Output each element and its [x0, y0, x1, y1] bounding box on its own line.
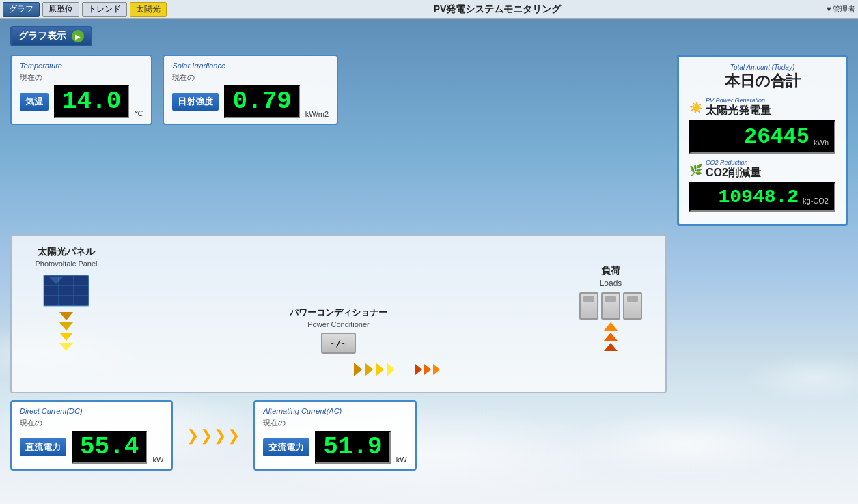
solar-irradiance-value: 0.79: [232, 87, 291, 115]
co2-unit: kg-CO2: [803, 197, 829, 208]
dc-value: 55.4: [80, 433, 139, 461]
sun-icon: ☀️: [689, 101, 703, 114]
menu-button[interactable]: ▼管理者: [825, 4, 855, 14]
total-amount-title: 本日の合計: [689, 71, 835, 92]
solar-current-label: 現在の: [172, 72, 329, 83]
solar-irradiance-sensor-label: 日射強度: [172, 93, 219, 111]
dc-title: Direct Current(DC): [20, 407, 163, 415]
pv-section-label: 太陽光発電量: [706, 104, 771, 116]
orange-arrow-1: [415, 364, 422, 375]
co2-value: 10948.2: [718, 186, 799, 208]
down-arrow-4: [59, 343, 73, 351]
pv-panel-column: 太陽光パネル Photovoltaic Panel: [25, 246, 107, 354]
btn-graph[interactable]: グラフ: [3, 2, 40, 17]
temperature-current-label: 現在の: [20, 72, 143, 83]
down-arrow-2: [59, 322, 73, 331]
down-arrows: [59, 312, 73, 351]
co2-section-header: 🌿 CO2 Reduction CO2削減量: [689, 159, 835, 180]
pc-unit: ~/~: [321, 333, 356, 354]
temperature-body: 気温 14.0 ℃: [20, 85, 143, 118]
loads-title: 負荷: [601, 265, 620, 277]
main-content: グラフ表示 ▶ Temperature 現在の 気温 14.0 ℃ Solar …: [0, 19, 858, 504]
flow-arrow-4: ❯: [227, 428, 240, 443]
co2-lcd-display: 10948.2 kg-CO2: [689, 182, 835, 212]
temperature-value: 14.0: [62, 87, 121, 115]
loads-icon: [579, 292, 642, 320]
temperature-card: Temperature 現在の 気温 14.0 ℃: [10, 55, 152, 125]
up-arrow-1: [604, 322, 618, 331]
yellow-arrow-2: [365, 363, 373, 376]
temperature-title: Temperature: [20, 61, 143, 70]
solar-irradiance-display: 0.79: [224, 85, 299, 118]
up-arrow-2: [604, 333, 618, 341]
bottom-row: Direct Current(DC) 現在の 直流電力 55.4 kW ❯ ❯ …: [10, 400, 848, 471]
flow-arrows-dc-ac: ❯ ❯ ❯ ❯: [183, 428, 243, 443]
orange-arrow-3: [433, 364, 440, 375]
top-bar: グラフ 原単位 トレンド 太陽光 PV発電システムモニタリング ▼管理者: [0, 0, 858, 19]
middle-row: 太陽光パネル Photovoltaic Panel: [10, 234, 848, 393]
page-title: PV発電システムモニタリング: [169, 3, 825, 16]
down-arrow-3: [59, 333, 73, 341]
loads-subtitle: Loads: [600, 279, 622, 288]
total-amount-header: Total Amount (Today): [689, 64, 835, 71]
dc-display: 55.4: [72, 431, 147, 464]
pv-unit: kWh: [814, 139, 829, 150]
flow-arrow-2: ❯: [200, 428, 212, 443]
down-arrow-1: [59, 312, 73, 320]
pv-panel-subtitle: Photovoltaic Panel: [35, 260, 97, 268]
btn-unit[interactable]: 原単位: [42, 2, 79, 17]
up-arrows: [604, 322, 618, 351]
graph-display-bar[interactable]: グラフ表示 ▶: [10, 26, 92, 46]
loads-column: 負荷 Loads: [570, 265, 652, 354]
load-unit-1: [579, 292, 598, 320]
pv-section-sublabel: PV Power Generation: [706, 97, 771, 104]
svg-rect-0: [44, 275, 89, 306]
up-arrow-3: [604, 343, 618, 351]
yellow-arrow-4: [387, 363, 395, 376]
orange-arrow-2: [424, 364, 431, 375]
ac-value: 51.9: [323, 433, 382, 461]
pv-diagram: 太陽光パネル Photovoltaic Panel: [10, 234, 667, 393]
ac-sensor-label: 交流電力: [263, 438, 309, 456]
ac-title: Alternating Current(AC): [263, 407, 406, 415]
pv-panel-icon: [42, 272, 90, 309]
horizontal-arrows-row: [238, 357, 440, 382]
sensor-row: Temperature 現在の 気温 14.0 ℃ Solar Irradian…: [10, 55, 848, 226]
load-unit-3: [623, 292, 642, 320]
pv-value: 26445: [744, 124, 809, 150]
flow-arrow-1: ❯: [186, 428, 199, 443]
solar-irradiance-body: 日射強度 0.79 kW/m2: [172, 85, 329, 118]
co2-section-label: CO2削減量: [706, 167, 761, 178]
dc-body: 直流電力 55.4 kW: [20, 431, 163, 464]
graph-display-arrow[interactable]: ▶: [72, 30, 84, 42]
yellow-arrow-1: [354, 363, 362, 376]
btn-solar[interactable]: 太陽光: [130, 2, 167, 17]
ac-card: Alternating Current(AC) 現在の 交流電力 51.9 kW: [253, 400, 416, 471]
solar-irradiance-unit: kW/m2: [305, 110, 329, 118]
solar-irradiance-title: Solar Irradiance: [172, 61, 329, 70]
power-conditioner-column: パワーコンディショナー Power Conditioner ~/~: [284, 252, 393, 354]
total-amount-card: Total Amount (Today) 本日の合計 ☀️ PV Power G…: [677, 55, 848, 226]
ac-body: 交流電力 51.9 kW: [263, 431, 406, 464]
pc-title: パワーコンディショナー: [290, 307, 387, 319]
dc-current-label: 現在の: [20, 418, 163, 428]
ac-current-label: 現在の: [263, 418, 406, 428]
diagram-flow: 太陽光パネル Photovoltaic Panel: [25, 246, 652, 354]
pv-power-section: ☀️ PV Power Generation 太陽光発電量 26445 kWh: [689, 97, 835, 154]
ac-display: 51.9: [315, 431, 390, 464]
pv-panel-title: 太陽光パネル: [38, 246, 95, 258]
load-unit-2: [601, 292, 620, 320]
temperature-display: 14.0: [54, 85, 129, 118]
yellow-arrow-3: [376, 363, 384, 376]
solar-irradiance-card: Solar Irradiance 現在の 日射強度 0.79 kW/m2: [163, 55, 338, 125]
btn-trend[interactable]: トレンド: [82, 2, 127, 17]
ac-unit: kW: [396, 456, 407, 464]
temperature-sensor-label: 気温: [20, 93, 49, 111]
orange-arrows-right: [415, 364, 440, 375]
graph-display-label: グラフ表示: [18, 30, 66, 42]
pv-lcd-display: 26445 kWh: [689, 120, 835, 154]
co2-section: 🌿 CO2 Reduction CO2削減量 10948.2 kg-CO2: [689, 159, 835, 212]
leaf-icon: 🌿: [689, 163, 703, 176]
yellow-arrows: [354, 363, 395, 376]
co2-section-sublabel: CO2 Reduction: [706, 159, 761, 166]
